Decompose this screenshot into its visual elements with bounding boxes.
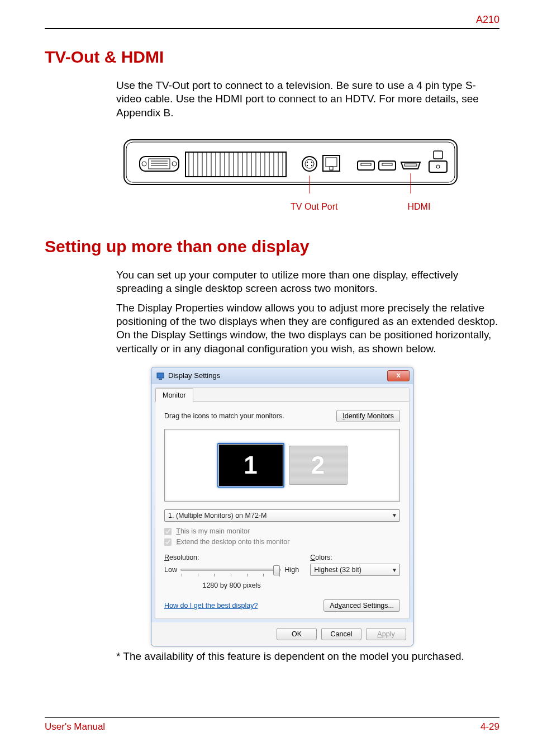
svg-rect-51 [157,373,164,378]
main-monitor-checkbox[interactable]: This is my main monitor [164,526,400,537]
resolution-label: Resolution: [164,554,299,561]
svg-rect-40 [330,167,333,170]
slider-low-label: Low [164,566,177,574]
monitor-1-icon[interactable]: 1 [217,443,284,488]
slider-high-label: High [284,566,299,574]
monitor-2-icon[interactable]: 2 [289,446,348,485]
availability-note: * The availability of this feature is de… [116,650,499,663]
window-icon [156,371,165,380]
tv-out-port-label: TV Out Port [291,202,337,212]
model-label: A210 [476,14,499,26]
close-button[interactable]: x [387,370,410,381]
svg-rect-39 [326,158,337,167]
para-multi-2: The Display Properties window allows you… [116,301,499,356]
svg-rect-52 [159,379,162,380]
heading-tvout-hdmi: TV-Out & HDMI [45,48,499,67]
colors-label: Colors: [310,554,400,561]
dropdown-arrow-icon: ▼ [392,567,397,573]
header-rule [45,28,499,29]
monitor-select-value: 1. (Multiple Monitors) on M72-M [168,512,266,519]
resolution-slider[interactable] [180,564,282,576]
monitor-arrangement-area[interactable]: 1 2 [164,429,400,502]
advanced-settings-button[interactable]: Advanced Settings... [323,599,400,612]
resolution-value: 1280 by 800 pixels [164,582,299,589]
svg-point-37 [311,165,312,166]
svg-point-34 [307,162,308,163]
ok-button[interactable]: OK [277,628,317,640]
colors-dropdown[interactable]: Highest (32 bit) ▼ [310,564,400,576]
dialog-title: Display Settings [168,371,220,380]
svg-rect-42 [361,163,371,166]
svg-rect-46 [434,151,442,159]
monitor-select-dropdown[interactable]: 1. (Multiple Monitors) on M72-M ▼ [164,509,400,522]
svg-rect-47 [429,161,447,172]
svg-rect-9 [185,152,286,177]
dropdown-arrow-icon: ▼ [392,512,397,518]
svg-rect-45 [404,164,417,166]
para-tvout: Use the TV-Out port to connect to a tele… [116,79,499,120]
cancel-button[interactable]: Cancel [321,628,361,640]
dialog-titlebar[interactable]: Display Settings x [151,367,413,384]
svg-point-35 [311,162,312,163]
identify-monitors-button[interactable]: Identify Monitors [336,410,400,422]
slider-thumb[interactable] [273,565,280,575]
display-settings-dialog: Display Settings x Monitor Drag the icon… [151,367,413,647]
footer-left: User's Manual [45,721,105,733]
footer-right: 4-29 [480,721,499,733]
main-monitor-checkbox-input[interactable] [164,528,172,535]
heading-multi-display: Setting up more than one display [45,237,499,256]
help-link[interactable]: How do I get the best display? [164,602,258,609]
svg-rect-5 [149,159,170,169]
extend-desktop-checkbox[interactable]: Extend the desktop onto this monitor [164,537,400,547]
laptop-ports-diagram: TV Out Port HDMI [123,135,499,212]
svg-rect-44 [382,163,392,166]
svg-point-32 [302,157,317,171]
footer-rule [45,717,499,718]
colors-value: Highest (32 bit) [314,566,361,574]
hdmi-label: HDMI [407,202,430,212]
apply-button[interactable]: Apply [366,628,406,640]
tab-monitor[interactable]: Monitor [155,388,193,402]
para-multi-1: You can set up your computer to utilize … [116,268,499,296]
drag-instruction: Drag the icons to match your monitors. [164,412,284,420]
tab-strip: Monitor [155,388,409,402]
extend-desktop-checkbox-input[interactable] [164,538,172,546]
svg-point-36 [307,165,308,166]
